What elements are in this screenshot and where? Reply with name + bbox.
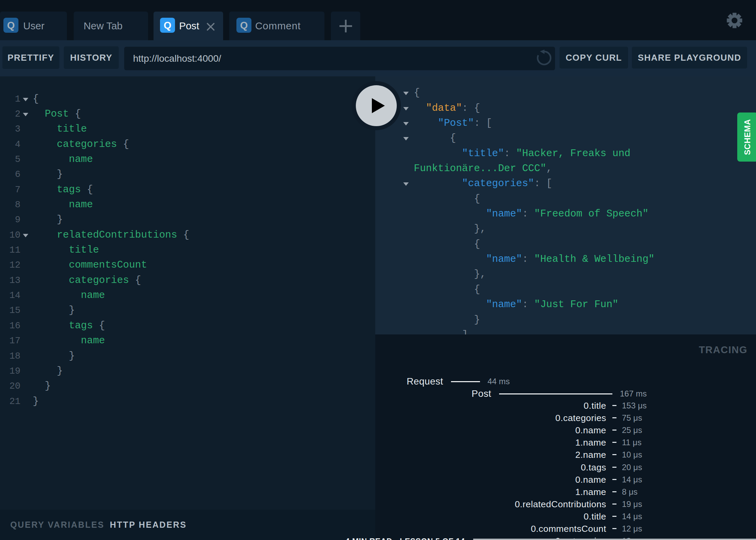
svg-text:SCHEMA: SCHEMA xyxy=(743,119,752,155)
